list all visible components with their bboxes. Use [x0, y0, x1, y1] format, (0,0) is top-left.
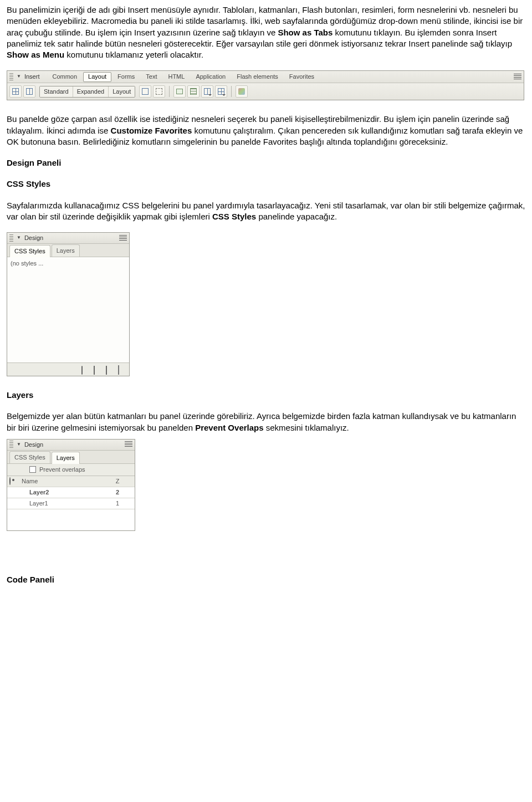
edit-style-button[interactable] [106, 366, 114, 374]
insert-toolbar: ▼ Insert Common Layout Forms Text HTML A… [7, 70, 524, 100]
table-icon [12, 88, 19, 95]
layer-z-cell[interactable]: 2 [103, 488, 132, 497]
tab-css-styles[interactable]: CSS Styles [9, 451, 50, 463]
separator-icon [231, 86, 232, 97]
paragraph-3: Sayfalarımızda kullanacağımız CSS belgel… [7, 200, 525, 223]
column-icon [204, 88, 211, 95]
css-styles-body: (no styles ... [7, 257, 129, 362]
frames-button[interactable] [215, 85, 227, 98]
p1-bold-1: Show as Tabs [278, 28, 332, 37]
seg-standard[interactable]: Standard [40, 86, 73, 97]
design-panel-tabs: CSS Styles Layers [7, 244, 129, 257]
tab-layers[interactable]: Layers [52, 244, 80, 257]
heading-layers: Layers [7, 390, 525, 401]
paragraph-2: Bu panelde göze çarpan asıl özellik ise … [7, 114, 525, 147]
table-row[interactable]: Layer1 1 [7, 498, 135, 509]
no-styles-text: (no styles ... [11, 260, 43, 267]
tab-layout[interactable]: Layout [83, 72, 111, 82]
p3-bold: CSS Styles [212, 212, 256, 221]
rows-icon [190, 88, 197, 95]
p1-text-c: komutunu tıklamanız yeterli olacaktır. [66, 50, 203, 59]
tab-common[interactable]: Common [47, 72, 82, 82]
prevent-overlaps-label: Prevent overlaps [39, 466, 85, 474]
tab-forms[interactable]: Forms [112, 72, 140, 82]
panel-menu-icon[interactable] [514, 74, 521, 80]
heading-css-styles: CSS Styles [7, 178, 525, 190]
layer-name-cell[interactable]: Layer1 [22, 499, 103, 508]
edit-icon [106, 366, 107, 375]
seg-expanded[interactable]: Expanded [73, 86, 109, 97]
design-panel-css: ▼ Design CSS Styles Layers (no styles ..… [7, 232, 130, 376]
design-panel-title: Design [24, 441, 43, 449]
insert-div-button[interactable] [23, 85, 35, 98]
layer-name-cell[interactable]: Layer2 [22, 488, 103, 497]
div-icon [26, 88, 33, 95]
heading-design-paneli: Design Paneli [7, 157, 525, 168]
cell-icon [176, 89, 183, 94]
insert-toolbar-row: Standard Expanded Layout [7, 83, 524, 100]
design-panel-header: ▼ Design [7, 440, 135, 451]
layer-icon [142, 88, 149, 95]
z-column-header: Z [103, 477, 132, 486]
name-column-header: Name [22, 477, 103, 486]
eye-icon [9, 477, 11, 485]
design-panel-header: ▼ Design [7, 233, 129, 244]
tabular-data-button[interactable] [236, 85, 248, 98]
insert-toolbar-header: ▼ Insert Common Layout Forms Text HTML A… [7, 71, 524, 83]
tab-text[interactable]: Text [141, 72, 162, 82]
paragraph-4: Belgemizde yer alan bütün katmanları bu … [7, 411, 525, 433]
tab-css-styles[interactable]: CSS Styles [9, 245, 50, 257]
insert-column-button[interactable] [201, 85, 213, 98]
design-panel-footer [7, 362, 129, 376]
delete-style-button[interactable] [118, 366, 126, 374]
grip-icon[interactable] [9, 441, 13, 448]
collapse-icon[interactable]: ▼ [17, 442, 21, 448]
p2-bold: Customize Favorites [111, 126, 192, 135]
mode-segment: Standard Expanded Layout [39, 86, 135, 98]
p4-text-b: sekmesini tıklamalıyız. [266, 423, 349, 432]
separator-icon [169, 86, 170, 97]
heading-code-paneli: Code Paneli [7, 574, 525, 585]
draw-layer-button[interactable] [139, 85, 151, 98]
visibility-column-header [9, 477, 22, 486]
trash-icon [118, 365, 119, 375]
frames-icon [218, 88, 224, 95]
panel-menu-icon[interactable] [125, 441, 132, 448]
insert-row-below-button[interactable] [187, 85, 200, 98]
tab-favorites[interactable]: Favorites [284, 72, 319, 82]
attach-style-sheet-button[interactable] [81, 366, 89, 374]
prevent-overlaps-checkbox[interactable] [29, 466, 36, 473]
tab-flash-elements[interactable]: Flash elements [232, 72, 283, 82]
tab-layers[interactable]: Layers [52, 452, 80, 464]
layers-table-header: Name Z [7, 476, 135, 487]
p3-text-b: panelinde yapacağız. [258, 212, 337, 221]
collapse-icon[interactable]: ▼ [17, 235, 21, 241]
p1-bold-2: Show as Menu [7, 50, 64, 59]
insert-table-button[interactable] [9, 85, 22, 98]
tab-html[interactable]: HTML [163, 72, 190, 82]
p4-bold: Prevent Overlaps [195, 423, 263, 432]
collapse-icon[interactable]: ▼ [17, 74, 21, 80]
insert-toolbar-title: Insert [24, 73, 40, 81]
draw-layout-cell-button[interactable] [153, 85, 165, 98]
layer-z-cell[interactable]: 1 [103, 499, 132, 508]
grip-icon[interactable] [9, 73, 13, 81]
insert-tabs: Common Layout Forms Text HTML Applicatio… [47, 72, 319, 82]
layers-body: Prevent overlaps Name Z Layer2 2 Layer1 … [7, 464, 135, 530]
table-row[interactable]: Layer2 2 [7, 487, 135, 498]
tab-application[interactable]: Application [191, 72, 231, 82]
insert-row-above-button[interactable] [173, 85, 186, 98]
design-panel-layers: ▼ Design CSS Styles Layers Prevent overl… [7, 439, 135, 531]
new-css-rule-button[interactable] [94, 366, 101, 374]
seg-layout[interactable]: Layout [109, 86, 135, 97]
design-panel-tabs: CSS Styles Layers [7, 451, 135, 464]
prevent-overlaps-row[interactable]: Prevent overlaps [7, 464, 135, 476]
dashed-box-icon [156, 88, 162, 95]
chain-icon [81, 366, 83, 375]
panel-menu-icon[interactable] [119, 235, 127, 242]
paragraph-1: Bu panelimizin içeriği de adı gibi Inser… [7, 4, 525, 60]
grip-icon[interactable] [9, 234, 13, 242]
new-icon [94, 366, 95, 375]
tabular-data-icon [238, 88, 245, 95]
design-panel-title: Design [24, 234, 43, 242]
